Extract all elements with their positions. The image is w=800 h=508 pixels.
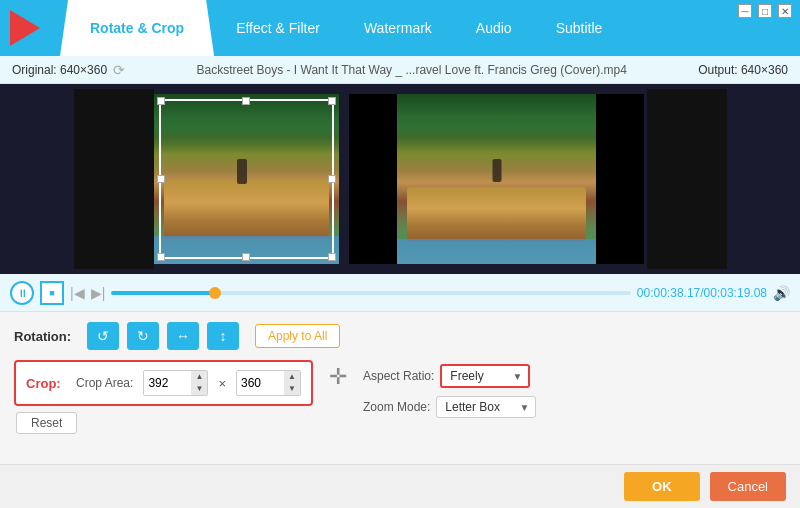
arrow-indicator <box>10 10 40 46</box>
left-dark-panel <box>74 89 154 269</box>
close-button[interactable]: ✕ <box>778 4 792 18</box>
flip-horizontal-button[interactable]: ↔ <box>167 322 199 350</box>
tab-effect-filter[interactable]: Effect & Filter <box>214 0 342 56</box>
minimize-button[interactable]: ─ <box>738 4 752 18</box>
rotate-left-icon: ↺ <box>97 328 109 344</box>
tab-bar: Rotate & Crop Effect & Filter Watermark … <box>0 0 800 56</box>
crop-area-label: Crop Area: <box>76 376 133 390</box>
zoom-mode-label: Zoom Mode: <box>363 400 430 414</box>
crop-width-field[interactable]: 392 <box>148 376 183 390</box>
right-dark-panel <box>647 89 727 269</box>
rotation-label: Rotation: <box>14 329 79 344</box>
rotate-right-button[interactable]: ↻ <box>127 322 159 350</box>
crop-height-input[interactable]: 360 ▲ ▼ <box>236 370 301 396</box>
crop-height-field[interactable]: 360 <box>241 376 276 390</box>
preview-area <box>0 84 800 274</box>
rotate-left-button[interactable]: ↺ <box>87 322 119 350</box>
width-spin-up[interactable]: ▲ <box>191 371 207 383</box>
aspect-ratio-dropdown[interactable]: Freely ▼ <box>440 364 530 388</box>
move-icon-container: ✛ <box>329 360 347 390</box>
volume-icon[interactable]: 🔊 <box>773 285 790 301</box>
progress-fill <box>111 291 215 295</box>
title-bar: ─ □ ✕ <box>730 0 800 22</box>
bottom-bar: OK Cancel <box>0 464 800 508</box>
progress-thumb[interactable] <box>209 287 221 299</box>
cancel-button[interactable]: Cancel <box>710 472 786 501</box>
controls-area: Rotation: ↺ ↻ ↔ ↕ Apply to All Crop: Cro… <box>0 312 800 472</box>
prev-frame-button[interactable]: |◀ <box>70 285 85 301</box>
move-icon[interactable]: ✛ <box>329 364 347 390</box>
rotation-row: Rotation: ↺ ↻ ↔ ↕ Apply to All <box>14 322 786 350</box>
width-spin-down[interactable]: ▼ <box>191 383 207 395</box>
height-spin-up[interactable]: ▲ <box>284 371 300 383</box>
zoom-mode-group: Zoom Mode: Letter Box ▼ <box>363 396 536 418</box>
right-video-panel <box>347 89 647 269</box>
filename-label: Backstreet Boys - I Want It That Way _ .… <box>125 63 698 77</box>
aspect-ratio-label: Aspect Ratio: <box>363 369 434 383</box>
reset-button[interactable]: Reset <box>16 412 77 434</box>
crop-width-input[interactable]: 392 ▲ ▼ <box>143 370 208 396</box>
ok-button[interactable]: OK <box>624 472 700 501</box>
aspect-ratio-group: Aspect Ratio: Freely ▼ <box>363 364 536 388</box>
tab-watermark[interactable]: Watermark <box>342 0 454 56</box>
time-display: 00:00:38.17/00:03:19.08 <box>637 286 767 300</box>
progress-track[interactable] <box>111 291 631 295</box>
tab-rotate-crop[interactable]: Rotate & Crop <box>60 0 214 56</box>
tab-subtitle[interactable]: Subtitle <box>534 0 625 56</box>
zoom-mode-dropdown-arrow: ▼ <box>519 402 529 413</box>
next-frame-button[interactable]: ▶| <box>91 285 106 301</box>
pause-button[interactable]: ⏸ <box>10 281 34 305</box>
left-video-panel <box>154 89 339 269</box>
crop-section: Crop: Crop Area: 392 ▲ ▼ × 360 ▲ ▼ <box>14 360 313 406</box>
stop-button[interactable]: ■ <box>40 281 64 305</box>
aspect-ratio-dropdown-arrow: ▼ <box>512 371 522 382</box>
tab-audio[interactable]: Audio <box>454 0 534 56</box>
zoom-mode-dropdown[interactable]: Letter Box ▼ <box>436 396 536 418</box>
crop-label: Crop: <box>26 376 66 391</box>
height-spin-down[interactable]: ▼ <box>284 383 300 395</box>
flip-v-icon: ↕ <box>220 328 227 344</box>
flip-vertical-button[interactable]: ↕ <box>207 322 239 350</box>
rotate-right-icon: ↻ <box>137 328 149 344</box>
maximize-button[interactable]: □ <box>758 4 772 18</box>
flip-h-icon: ↔ <box>176 328 190 344</box>
info-bar: Original: 640×360 ⟳ Backstreet Boys - I … <box>0 56 800 84</box>
output-size-label: Output: 640×360 <box>698 63 788 77</box>
times-symbol: × <box>218 376 226 391</box>
apply-all-button[interactable]: Apply to All <box>255 324 340 348</box>
rotate-icon[interactable]: ⟳ <box>113 62 125 78</box>
playback-bar: ⏸ ■ |◀ ▶| 00:00:38.17/00:03:19.08 🔊 <box>0 274 800 312</box>
original-size-label: Original: 640×360 <box>12 63 107 77</box>
video-divider <box>339 89 347 269</box>
